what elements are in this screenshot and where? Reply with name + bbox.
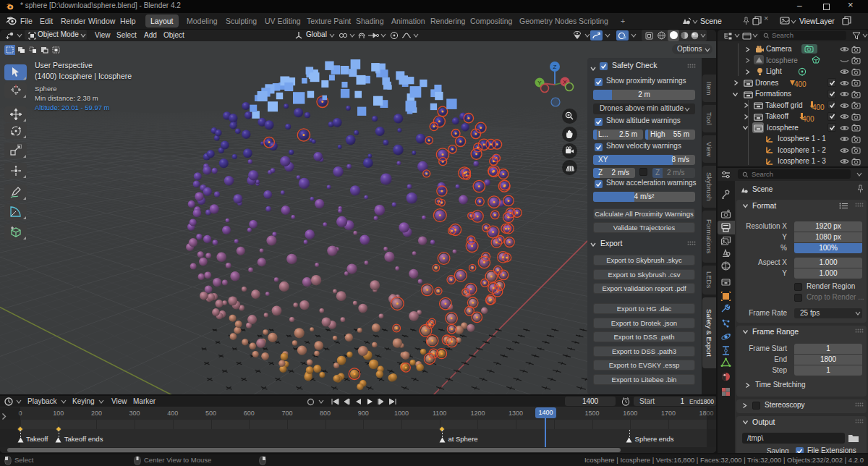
svg-text:Z: Z — [553, 64, 557, 70]
svg-text:Y: Y — [537, 80, 542, 86]
